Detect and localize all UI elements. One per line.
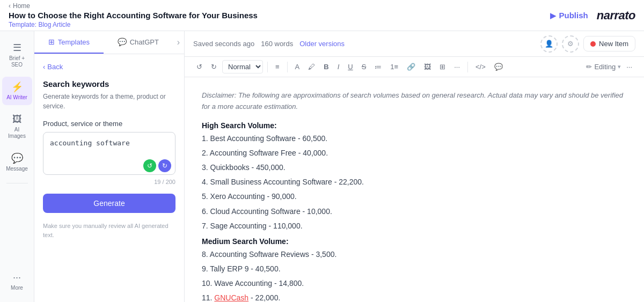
sidebar-item-message[interactable]: 💬 Message [2, 148, 32, 176]
header-right: ▶ Publish narrato [550, 9, 635, 23]
more-format-button[interactable]: ··· [451, 61, 463, 73]
disclaimer-text: Disclaimer: The following are approximat… [202, 90, 627, 113]
left-sidebar: ☰ Brief + SEO ⚡ AI Writer 🖼 AI Images 💬 … [0, 31, 34, 302]
ordered-list-button[interactable]: 1≡ [387, 61, 401, 73]
toolbar-circle-btn-2[interactable]: ⚙ [562, 35, 579, 53]
format-style-select[interactable]: Normal [222, 60, 263, 73]
toolbar-divider-1 [267, 62, 268, 72]
list-item: 11. GNUCash - 22,000. [202, 291, 627, 302]
disclaimer-note: Make sure you manually review all AI gen… [43, 222, 175, 239]
home-link[interactable]: ‹ Home [9, 2, 258, 10]
list-item: 9. Tally ERP 9 - 40,500. [202, 262, 627, 276]
top-header: ‹ Home How to Choose the Right Accountin… [0, 0, 644, 31]
publish-button[interactable]: ▶ Publish [550, 11, 588, 20]
panel-collapse-button[interactable]: › [173, 31, 184, 54]
strikethrough-button[interactable]: S [358, 61, 370, 73]
settings-icon: ⚙ [567, 40, 574, 48]
sidebar-divider [6, 183, 28, 183]
sidebar-item-brief-seo[interactable]: ☰ Brief + SEO [2, 38, 32, 72]
back-label: Back [47, 63, 63, 71]
list-button[interactable]: ≔ [371, 61, 385, 73]
sidebar-item-more[interactable]: ··· More [2, 268, 32, 296]
textarea-blue-button[interactable]: ↻ [158, 159, 171, 172]
toolbar-circle-btn-1[interactable]: 👤 [540, 35, 558, 53]
message-icon: 💬 [11, 152, 23, 164]
header-left: ‹ Home How to Choose the Right Accountin… [9, 2, 258, 28]
template-prefix: Template: [9, 21, 36, 28]
template-name[interactable]: Blog Article [38, 21, 70, 28]
italic-button[interactable]: I [334, 61, 343, 73]
high-volume-header: High Search Volume: [202, 121, 627, 130]
textarea-icons: ↺ ↻ [143, 159, 171, 172]
editor-area: Saved seconds ago 160 words Older versio… [185, 31, 644, 302]
narrato-logo: narrato [597, 9, 635, 23]
redo-button[interactable]: ↻ [208, 61, 220, 73]
new-item-dot-icon [590, 41, 596, 47]
generate-button[interactable]: Generate [43, 194, 175, 213]
medium-volume-header: Medium Search Volume: [202, 237, 627, 246]
code-button[interactable]: </> [472, 61, 489, 73]
toolbar-divider-3 [467, 62, 468, 72]
sidebar-label-more: More [11, 285, 23, 291]
list-item: 6. Cloud Accounting Software - 10,000. [202, 205, 627, 218]
home-label: Home [13, 2, 30, 10]
format-toolbar: ↺ ↻ Normal ≡ A 🖊 B I U S ≔ 1≡ 🔗 🖼 ⊞ ··· … [185, 57, 644, 77]
publish-label: Publish [559, 11, 588, 20]
text-color-button[interactable]: A [292, 61, 303, 73]
list-item: 1. Best Accounting Software - 60,500. [202, 132, 627, 145]
templates-tab-label: Templates [58, 38, 90, 46]
align-button[interactable]: ≡ [272, 61, 283, 73]
more-icon: ··· [13, 272, 21, 283]
product-label: Product, service or theme [43, 120, 175, 128]
table-button[interactable]: ⊞ [436, 61, 449, 73]
back-arrow-icon: ‹ [43, 63, 45, 71]
pencil-icon: ✏ [586, 63, 592, 71]
older-versions-link[interactable]: Older versions [299, 40, 345, 48]
chatgpt-tab-label: ChatGPT [130, 38, 159, 46]
underline-button[interactable]: U [345, 61, 356, 73]
sidebar-item-ai-writer[interactable]: ⚡ AI Writer [2, 77, 32, 105]
person-icon: 👤 [545, 40, 553, 48]
chatgpt-tab-icon: 💬 [118, 38, 127, 46]
ai-images-icon: 🖼 [12, 114, 22, 125]
editor-content: Disclaimer: The following are approximat… [185, 77, 644, 302]
new-item-button[interactable]: New Item [583, 36, 635, 51]
tab-chatgpt[interactable]: 💬 ChatGPT [104, 31, 173, 54]
link-button[interactable]: 🔗 [404, 61, 419, 73]
tab-templates[interactable]: ⊞ Templates [34, 31, 104, 54]
list-item: 8. Accounting Software Reviews - 3,500. [202, 248, 627, 261]
toolbar-left: Saved seconds ago 160 words Older versio… [193, 40, 345, 48]
sidebar-label-brief-seo: Brief + SEO [5, 55, 29, 68]
list-item: 5. Xero Accounting - 90,000. [202, 190, 627, 203]
sidebar-label-ai-writer: AI Writer [6, 94, 27, 101]
brief-seo-icon: ☰ [13, 42, 21, 54]
textarea-green-button[interactable]: ↺ [143, 159, 156, 172]
sidebar-item-ai-images[interactable]: 🖼 AI Images [2, 109, 32, 144]
image-button[interactable]: 🖼 [421, 61, 434, 73]
back-link[interactable]: ‹ Back [43, 63, 175, 71]
panel-tabs: ⊞ Templates 💬 ChatGPT › [34, 31, 184, 54]
save-status: Saved seconds ago [193, 40, 254, 48]
list-item: 7. Sage Accounting - 110,000. [202, 219, 627, 233]
list-item: 3. Quickbooks - 450,000. [202, 161, 627, 174]
panel-content: ‹ Back Search keywords Generate keywords… [34, 54, 184, 302]
section-description: Generate keywords for a theme, product o… [43, 92, 175, 111]
editor-toolbar-top: Saved seconds ago 160 words Older versio… [185, 31, 644, 57]
template-label: Template: Blog Article [9, 21, 258, 28]
section-title: Search keywords [43, 79, 175, 89]
undo-button[interactable]: ↺ [193, 61, 206, 73]
page-title: How to Choose the Right Accounting Softw… [9, 11, 258, 20]
comment-button[interactable]: 💬 [491, 61, 506, 73]
highlight-button[interactable]: 🖊 [305, 61, 318, 73]
list-item: 10. Wave Accounting - 14,800. [202, 277, 627, 290]
publish-icon: ▶ [550, 11, 556, 20]
gnucash-link[interactable]: GNUCash [214, 293, 248, 302]
editing-more-button[interactable]: ··· [623, 61, 635, 73]
templates-tab-icon: ⊞ [48, 38, 55, 46]
toolbar-right: 👤 ⚙ New Item [540, 35, 635, 53]
ai-writer-icon: ⚡ [11, 81, 23, 93]
panel: ⊞ Templates 💬 ChatGPT › ‹ Back Search ke… [34, 31, 185, 302]
bold-button[interactable]: B [320, 61, 332, 73]
editing-badge[interactable]: ✏ Editing ▾ ··· [586, 61, 635, 73]
list-item: 2. Accounting Software Free - 40,000. [202, 146, 627, 160]
